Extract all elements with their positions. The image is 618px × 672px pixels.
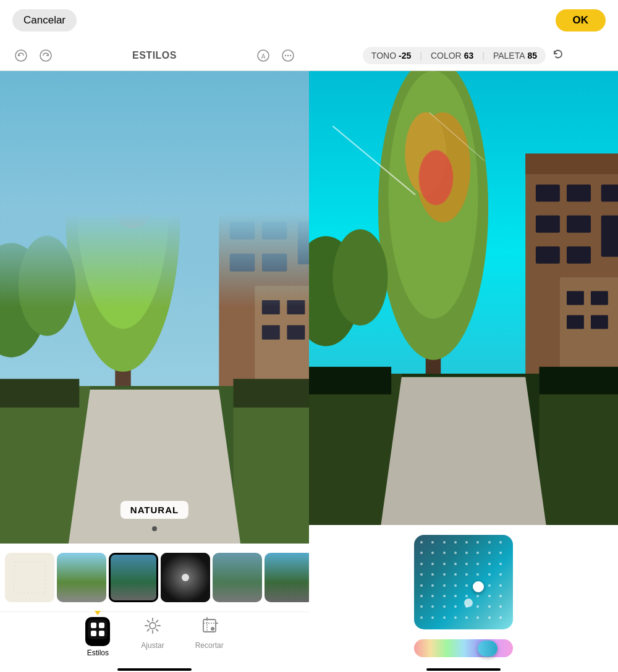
thumb-dark[interactable] (109, 553, 158, 602)
svg-rect-36 (0, 379, 79, 407)
left-panel: NATURAL (0, 71, 309, 672)
svg-rect-12 (230, 189, 255, 207)
cdot (431, 552, 434, 554)
cdot (454, 552, 457, 554)
svg-point-26 (66, 71, 180, 372)
thumb-vivid[interactable] (265, 553, 309, 602)
cdot (420, 616, 423, 619)
cdot (443, 552, 446, 554)
thumb-muted[interactable] (213, 553, 262, 602)
svg-rect-20 (255, 286, 309, 429)
recortar-icon (201, 617, 218, 639)
hue-slider[interactable] (414, 639, 513, 657)
cdot (431, 541, 434, 544)
svg-text:A: A (261, 52, 266, 59)
cdot (465, 573, 468, 576)
cdot (488, 552, 491, 554)
svg-rect-72 (567, 216, 591, 233)
cdot (499, 605, 502, 608)
divider-1: | (420, 51, 422, 61)
color-value: 63 (464, 51, 474, 61)
svg-line-56 (156, 629, 158, 631)
undo-button[interactable] (10, 44, 32, 67)
pen-button[interactable]: A (252, 44, 274, 67)
svg-rect-79 (567, 315, 584, 329)
svg-rect-35 (234, 386, 310, 544)
cdot (443, 605, 446, 608)
svg-rect-48 (91, 631, 96, 636)
cdot (499, 563, 502, 565)
cdot (431, 605, 434, 608)
svg-rect-23 (262, 325, 280, 339)
cdot (476, 541, 479, 544)
nav-recortar[interactable]: Recortar (195, 617, 224, 650)
left-photo: NATURAL (0, 71, 309, 544)
style-thumbnails (0, 544, 309, 611)
svg-point-5 (285, 54, 286, 56)
cdot (476, 616, 479, 619)
thumb-blank[interactable] (5, 553, 54, 602)
svg-point-6 (287, 54, 289, 56)
thumb-bw[interactable] (161, 553, 210, 602)
svg-point-87 (332, 229, 387, 326)
reset-button[interactable] (552, 48, 564, 63)
svg-rect-91 (540, 374, 619, 525)
svg-rect-92 (309, 367, 391, 395)
cdot (431, 584, 434, 587)
cdot (431, 595, 434, 597)
sub-header: ESTILOS A TONO -25 (0, 40, 618, 71)
color-picker-panel (309, 525, 618, 667)
svg-rect-69 (567, 185, 591, 202)
svg-rect-93 (540, 367, 619, 395)
cdot (465, 595, 468, 597)
ok-button[interactable]: OK (556, 9, 606, 32)
estilos-label: Estilos (87, 649, 109, 657)
left-sub-header: ESTILOS A (0, 40, 309, 71)
cdot (420, 595, 423, 597)
cdot (465, 563, 468, 565)
cdot (488, 605, 491, 608)
cdot (443, 541, 446, 544)
left-photo-svg (0, 71, 309, 544)
svg-rect-10 (219, 157, 309, 443)
svg-rect-46 (91, 623, 96, 628)
cdot (499, 595, 502, 597)
svg-rect-74 (567, 246, 591, 264)
paleta-control: PALETA 85 (493, 51, 537, 61)
cancel-button[interactable]: Cancelar (12, 9, 77, 32)
more-button[interactable] (277, 44, 299, 67)
thumb-normal[interactable] (57, 553, 106, 602)
nav-estilos[interactable]: Estilos (85, 617, 110, 657)
cdot (454, 563, 457, 565)
color-grid[interactable] (414, 535, 513, 629)
tools-group: A (252, 44, 299, 67)
recortar-label: Recortar (195, 641, 224, 650)
svg-rect-68 (536, 185, 560, 202)
cdot (443, 595, 446, 597)
cdot (420, 563, 423, 565)
hue-handle[interactable] (478, 640, 497, 657)
crop-icon (201, 617, 218, 634)
redo-button[interactable] (35, 44, 57, 67)
svg-line-58 (147, 629, 149, 631)
top-bar: Cancelar OK (0, 0, 618, 40)
cdot (499, 584, 502, 587)
cdot (431, 573, 434, 576)
ajustar-label: Ajustar (141, 641, 164, 650)
cdot (488, 584, 491, 587)
svg-marker-94 (381, 377, 546, 525)
cdot (443, 563, 446, 565)
cdot (476, 595, 479, 597)
svg-rect-41 (5, 553, 54, 602)
more-icon (281, 49, 295, 62)
right-photo (309, 71, 618, 525)
color-dot-grid (414, 535, 513, 629)
svg-rect-73 (536, 246, 560, 264)
cdot (431, 563, 434, 565)
main-content: NATURAL (0, 71, 618, 672)
nav-ajustar[interactable]: Ajustar (141, 617, 164, 650)
paleta-label: PALETA (493, 51, 525, 61)
cdot (499, 541, 502, 544)
svg-rect-80 (591, 315, 608, 329)
ajustar-icon (144, 617, 161, 639)
